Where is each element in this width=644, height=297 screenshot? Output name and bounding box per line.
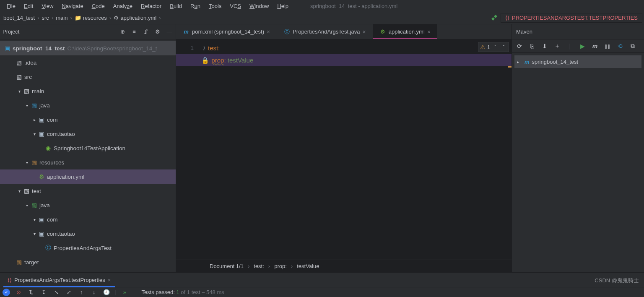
menu-help[interactable]: Help [274, 2, 292, 10]
tree-test-java-folder[interactable]: ▾ ▧ java [0, 198, 176, 212]
gutter-mark-icon: 🔒 [201, 54, 208, 66]
locate-icon[interactable]: ⊕ [119, 29, 126, 35]
tree-src-folder[interactable]: ▧ src [0, 70, 176, 84]
crumb-project[interactable]: boot_14_test [3, 15, 35, 21]
tab-pom[interactable]: m pom.xml (springboot_14_test) × [176, 24, 277, 39]
sort-icon[interactable]: ⇅ [27, 288, 35, 297]
hide-icon[interactable]: — [166, 29, 173, 35]
menu-code[interactable]: Code [88, 2, 108, 10]
ed-crumb[interactable]: prop: [274, 263, 287, 269]
run-configuration-selector[interactable]: ⟨⟩ PROPERTIESANDARGSTEST.TESTPROPERTIES [501, 13, 642, 23]
chevron-down-icon: ▾ [23, 103, 30, 108]
maven-m-icon[interactable]: m [591, 43, 599, 50]
add-icon[interactable]: ＋ [553, 42, 561, 50]
tree-main-folder[interactable]: ▾ ▧ main [0, 84, 176, 98]
maven-title[interactable]: Maven [512, 24, 644, 39]
tree-target-folder[interactable]: ▧ target [0, 255, 176, 269]
crumb-main[interactable]: main [56, 15, 68, 21]
rerun-icon[interactable]: » [120, 288, 129, 297]
menu-run[interactable]: Run [187, 2, 204, 10]
menu-analyze[interactable]: Analyze [110, 2, 136, 10]
tree-com-package[interactable]: ▸ ▣ com [0, 112, 176, 127]
folder-icon: ▧ [23, 188, 30, 194]
folder-icon: ▧ [15, 73, 23, 80]
folder-icon: ▧ [15, 59, 23, 66]
crumb-resources[interactable]: 📁resources [75, 15, 107, 21]
menu-build[interactable]: Build [166, 2, 185, 10]
chevron-right-icon: › [159, 15, 161, 21]
history-icon[interactable]: 🕘 [102, 288, 111, 297]
chevron-right-icon: ▸ [31, 117, 38, 122]
tree-test-comtaotao-package[interactable]: ▾ ▣ com.taotao [0, 227, 176, 241]
test-fail-icon[interactable]: ⊘ [14, 288, 23, 297]
collapse-all-icon[interactable]: ⧉ [628, 42, 637, 50]
settings-icon[interactable]: ⚙ [154, 29, 161, 35]
menu-file[interactable]: File [3, 2, 19, 10]
menu-vcs[interactable]: VCS [226, 2, 244, 10]
close-icon[interactable]: × [427, 29, 431, 35]
maven-panel: Maven ⟳ ⎘ ⬇ ＋ | ▶ m ⫿⫿ ⟲ ⧉ ▸ m springboo… [512, 24, 644, 272]
tree-test-folder[interactable]: ▾ ▧ test [0, 184, 176, 198]
close-icon[interactable]: × [108, 277, 111, 283]
window-title: springboot_14_test - application.yml [310, 3, 397, 9]
maven-project-row[interactable]: ▸ m springboot_14_test [514, 55, 641, 68]
tab-application-yml[interactable]: ⚙ application.yml × [373, 24, 437, 39]
menu-edit[interactable]: Edit [21, 2, 36, 10]
tree-app-class[interactable]: ◉ Springboot14TestApplication [0, 141, 176, 155]
tree-properties-test-class[interactable]: Ⓒ PropertiesAndArgsTest [0, 241, 176, 255]
close-icon[interactable]: × [363, 29, 366, 35]
tree-idea-folder[interactable]: ▧ .idea [0, 55, 176, 70]
tree-resources-folder[interactable]: ▾ ▧ resources [0, 155, 176, 169]
code-text[interactable]: ⤸test: 🔒 prop: testValue [201, 39, 512, 260]
ed-crumb[interactable]: test: [254, 263, 264, 269]
tree-test-com-package[interactable]: ▾ ▣ com [0, 212, 176, 227]
menu-bar: File Edit View Navigate Code Analyze Ref… [0, 0, 644, 12]
build-icon[interactable] [490, 14, 498, 22]
expand-icon[interactable]: ≡ [130, 29, 138, 35]
tree-comtaotao-package[interactable]: ▾ ▣ com.taotao [0, 127, 176, 141]
cycle-icon[interactable]: ⟲ [616, 43, 624, 50]
package-icon: ▣ [38, 216, 45, 223]
sidebar-title[interactable]: Project [3, 29, 19, 35]
scrollbar-marker [508, 66, 512, 68]
tree-application-yml[interactable]: ⚙ application.yml [0, 169, 176, 184]
ed-crumb[interactable]: testValue [297, 263, 319, 269]
close-icon[interactable]: × [267, 29, 270, 35]
yaml-file-icon: ⚙ [38, 173, 45, 180]
status-bar: ✓ ⊘ ⇅ ↧ ⤡ ⤢ ↑ ↓ 🕘 | » Tests passed: 1 of… [0, 287, 644, 297]
chevron-down-icon: ▾ [23, 203, 30, 208]
run-icon[interactable]: ▶ [578, 43, 587, 50]
watermark: CSDN @鬼鬼骑士 [595, 277, 639, 284]
menu-navigate[interactable]: Navigate [58, 2, 86, 10]
menu-refactor[interactable]: Refactor [138, 2, 165, 10]
tree-java-folder[interactable]: ▾ ▧ java [0, 98, 176, 112]
filter-icon[interactable]: ↧ [39, 288, 48, 297]
menu-view[interactable]: View [38, 2, 57, 10]
collapse-icon[interactable]: ⇵ [142, 29, 150, 35]
test-source-folder-icon: ▧ [30, 202, 38, 208]
collapse-all-icon[interactable]: ⤢ [65, 288, 73, 297]
editor-area: m pom.xml (springboot_14_test) × Ⓒ Prope… [176, 24, 512, 272]
download-icon[interactable]: ⬇ [540, 43, 549, 50]
chevron-down-icon: ▾ [16, 89, 23, 94]
tree-project-root[interactable]: ▣ springboot_14_test C:\idea\SpringBoot\… [0, 41, 176, 55]
package-icon: ▣ [38, 230, 45, 237]
crumb-src[interactable]: src [42, 15, 49, 21]
generate-sources-icon[interactable]: ⎘ [528, 43, 536, 50]
ed-crumb[interactable]: Document 1/1 [210, 263, 244, 269]
crumb-file[interactable]: ⚙application.yml [114, 15, 156, 21]
yaml-file-icon: ⚙ [114, 15, 119, 21]
menu-tools[interactable]: Tools [205, 2, 225, 10]
reload-icon[interactable]: ⟳ [515, 43, 524, 50]
maven-toolbar: ⟳ ⎘ ⬇ ＋ | ▶ m ⫿⫿ ⟲ ⧉ [512, 39, 644, 53]
test-pass-icon[interactable]: ✓ [3, 289, 10, 296]
toggle-offline-icon[interactable]: ⫿⫿ [603, 43, 612, 50]
prev-icon[interactable]: ↑ [77, 288, 86, 297]
code-editor[interactable]: 1 2 ⤸test: 🔒 prop: testValue ⚠ 1 ˄ ˅ [176, 39, 512, 260]
package-icon: ▣ [38, 130, 45, 137]
tab-properties-test[interactable]: Ⓒ PropertiesAndArgsTest.java × [277, 24, 373, 39]
next-icon[interactable]: ↓ [90, 288, 98, 297]
expand-all-icon[interactable]: ⤡ [52, 288, 60, 297]
menu-window[interactable]: Window [246, 2, 272, 10]
run-tab-test[interactable]: ⟨⟩ PropertiesAndArgsTest.testProperties … [3, 275, 115, 285]
